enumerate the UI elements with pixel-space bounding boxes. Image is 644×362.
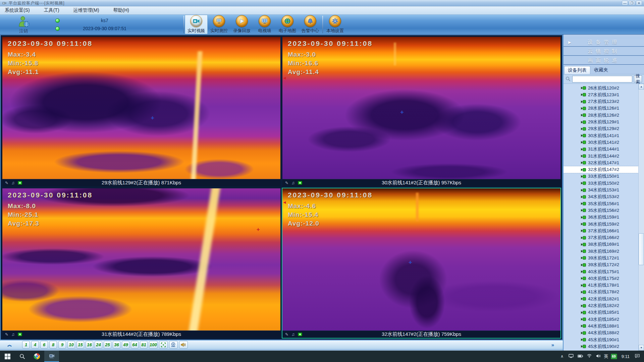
add-split-button[interactable] bbox=[169, 341, 178, 349]
minimize-button[interactable]: — bbox=[622, 1, 628, 5]
device-item[interactable]: 37水前线166#1 bbox=[564, 228, 638, 234]
scrollbar-thumb[interactable] bbox=[639, 233, 644, 265]
device-item[interactable]: 40水前线175#2 bbox=[564, 275, 638, 282]
device-item[interactable]: 43水前线185#1 bbox=[564, 309, 638, 316]
device-item[interactable]: 41水前线178#2 bbox=[564, 289, 638, 295]
battery-percent-badge[interactable]: 69 bbox=[611, 354, 617, 359]
layout-count-button[interactable]: 24 bbox=[95, 341, 102, 349]
device-item[interactable]: 32水前线147#2 bbox=[564, 166, 638, 173]
search-button[interactable]: 搜索 bbox=[634, 75, 642, 82]
tab-favorites[interactable]: 收藏夹 bbox=[590, 66, 612, 74]
toolbar-playback-button[interactable]: 录像回放 bbox=[230, 15, 253, 34]
video-cell-1[interactable]: 2023-09-30 09:11:08 Max:-3.4 Min:-15.8 A… bbox=[2, 37, 280, 186]
device-item[interactable]: 36水前线159#1 bbox=[564, 214, 638, 221]
start-button[interactable] bbox=[0, 351, 15, 362]
taskbar-chrome-button[interactable] bbox=[30, 351, 44, 362]
video-cell-3[interactable]: 2023-09-30 09:11:08 Max:-8.0 Min:-25.1 A… bbox=[2, 188, 280, 338]
maximize-button[interactable]: ❐ bbox=[629, 1, 635, 5]
device-item[interactable]: 34水前线153#2 bbox=[564, 193, 638, 200]
audio-note-icon[interactable]: ♫ bbox=[11, 180, 15, 185]
device-item[interactable]: 35水前线156#2 bbox=[564, 207, 638, 214]
taskbar-clock[interactable]: 9:11 bbox=[620, 354, 632, 359]
device-item[interactable]: 43水前线185#2 bbox=[564, 316, 638, 323]
record-icon[interactable] bbox=[298, 333, 302, 336]
record-icon[interactable] bbox=[18, 333, 22, 336]
pen-icon[interactable]: ✎ bbox=[5, 181, 8, 185]
toolbar-live-video-button[interactable]: 实时视频 bbox=[185, 15, 208, 34]
logout-button[interactable]: 注销 bbox=[10, 15, 37, 34]
taskbar-monitor-app-button[interactable] bbox=[44, 351, 59, 362]
device-item[interactable]: 38水前线169#1 bbox=[564, 241, 638, 248]
thermal-image-1[interactable]: 2023-09-30 09:11:08 Max:-3.4 Min:-15.8 A… bbox=[2, 37, 280, 179]
scroll-down-icon[interactable]: ▼ bbox=[639, 345, 644, 351]
monitor-tray-icon[interactable] bbox=[568, 354, 575, 359]
audio-note-icon[interactable]: ♫ bbox=[11, 332, 15, 337]
speaker-button[interactable] bbox=[179, 341, 188, 349]
device-item[interactable]: 32水前线147#1 bbox=[564, 160, 638, 166]
menu-help[interactable]: 帮助(H) bbox=[112, 7, 130, 14]
device-item[interactable]: 44水前线188#1 bbox=[564, 323, 638, 329]
device-item[interactable]: 37水前线166#2 bbox=[564, 234, 638, 241]
layout-count-button[interactable]: 1 bbox=[22, 341, 30, 349]
device-item[interactable]: 33水前线150#1 bbox=[564, 173, 638, 180]
device-item[interactable]: 33水前线150#2 bbox=[564, 180, 638, 187]
device-item[interactable]: 28水前线126#2 bbox=[564, 112, 638, 119]
device-search-input[interactable] bbox=[572, 76, 632, 82]
network-icon[interactable] bbox=[586, 354, 593, 359]
layout-count-button[interactable]: 10 bbox=[67, 341, 75, 349]
device-item[interactable]: 39水前线172#1 bbox=[564, 255, 638, 261]
device-item[interactable]: 38水前线169#2 bbox=[564, 248, 638, 255]
ime-language-indicator[interactable]: 英 bbox=[604, 353, 608, 359]
layout-count-button[interactable]: 49 bbox=[122, 341, 129, 349]
toolbar-live-control-button[interactable]: 实时测控 bbox=[208, 15, 230, 34]
layout-count-button[interactable]: 100 bbox=[149, 341, 158, 349]
tab-device-list[interactable]: 设备列表 bbox=[564, 66, 590, 74]
device-list-scrollbar[interactable]: ▲ ▼ bbox=[638, 84, 644, 351]
pen-icon[interactable]: ✎ bbox=[285, 332, 288, 337]
close-button[interactable]: ✕ bbox=[636, 1, 642, 5]
panel-screen-tour[interactable]: 画面轮巡 bbox=[564, 56, 644, 65]
battery-icon[interactable] bbox=[577, 354, 584, 359]
panel-ptz-control[interactable]: 云镜控制 bbox=[564, 47, 644, 56]
video-cell-4[interactable]: 2023-09-30 09:11:08 Max:-4.6 Min:-15.4 A… bbox=[282, 188, 560, 338]
expand-right-icon[interactable]: » bbox=[551, 342, 559, 348]
device-item[interactable]: 30水前线141#2 bbox=[564, 139, 638, 146]
device-item[interactable]: 40水前线175#1 bbox=[564, 268, 638, 275]
toolbar-local-settings-button[interactable]: 本地设置 bbox=[324, 15, 346, 34]
record-icon[interactable] bbox=[298, 181, 302, 185]
toolbar-alarm-center-button[interactable]: 告警中心 bbox=[299, 15, 322, 34]
record-icon[interactable] bbox=[18, 181, 22, 185]
device-item[interactable]: 45水前线190#2 bbox=[564, 343, 638, 350]
collapse-up-icon[interactable]: ︽ bbox=[4, 341, 15, 349]
device-item[interactable]: 31水前线144#1 bbox=[564, 146, 638, 153]
device-item[interactable]: 34水前线153#1 bbox=[564, 187, 638, 193]
layout-count-button[interactable]: 9 bbox=[58, 341, 66, 349]
fullscreen-button[interactable] bbox=[159, 341, 168, 349]
device-item[interactable]: 41水前线178#1 bbox=[564, 282, 638, 289]
device-item[interactable]: 27水前线123#2 bbox=[564, 98, 638, 105]
notification-center-icon[interactable] bbox=[634, 354, 641, 359]
device-item[interactable]: 29水前线129#2 bbox=[564, 125, 638, 132]
audio-note-icon[interactable]: ♫ bbox=[291, 180, 295, 185]
tray-expand-icon[interactable]: ∧ bbox=[559, 354, 566, 359]
layout-count-button[interactable]: 25 bbox=[104, 341, 111, 349]
menu-tools[interactable]: 工具(T) bbox=[43, 7, 61, 14]
video-cell-2[interactable]: 2023-09-30 09:11:08 Max:-3.0 Min:-16.6 A… bbox=[282, 37, 560, 186]
device-item[interactable]: 45水前线190#1 bbox=[564, 336, 638, 343]
menu-ops-management[interactable]: 运维管理(M) bbox=[72, 7, 101, 14]
pen-icon[interactable]: ✎ bbox=[285, 181, 288, 185]
device-item[interactable]: 29水前线129#1 bbox=[564, 119, 638, 125]
layout-count-button[interactable]: 36 bbox=[113, 341, 120, 349]
device-item[interactable]: 28水前线126#1 bbox=[564, 105, 638, 112]
layout-count-button[interactable]: 15 bbox=[76, 341, 84, 349]
layout-count-button[interactable]: 8 bbox=[49, 341, 57, 349]
toolbar-tv-wall-button[interactable]: 电视墙 bbox=[253, 15, 276, 34]
device-item[interactable]: 39水前线172#2 bbox=[564, 261, 638, 268]
layout-count-button[interactable]: 81 bbox=[140, 341, 148, 349]
pen-icon[interactable]: ✎ bbox=[5, 332, 8, 337]
volume-icon[interactable] bbox=[595, 354, 602, 359]
panel-device-management[interactable]: ▶ 设备管理 bbox=[564, 38, 644, 47]
device-item[interactable]: 35水前线156#1 bbox=[564, 200, 638, 207]
layout-count-button[interactable]: 16 bbox=[86, 341, 93, 349]
device-item[interactable]: 42水前线182#2 bbox=[564, 302, 638, 309]
